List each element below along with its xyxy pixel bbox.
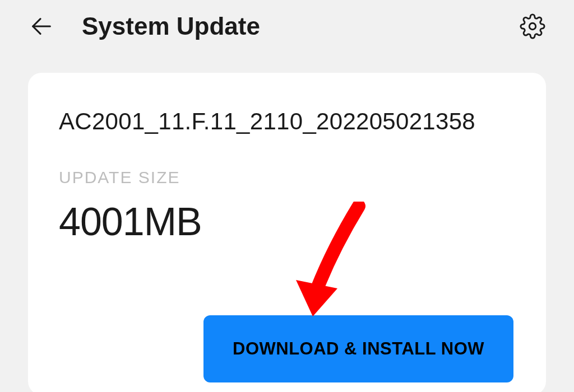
gear-icon[interactable]	[519, 13, 546, 40]
header-bar: System Update	[0, 0, 574, 56]
update-card: AC2001_11.F.11_2110_202205021358 UPDATE …	[28, 73, 546, 392]
svg-point-1	[529, 23, 536, 30]
update-size-value: 4001MB	[59, 199, 515, 244]
update-version: AC2001_11.F.11_2110_202205021358	[59, 106, 515, 137]
page-title: System Update	[82, 12, 519, 40]
back-icon[interactable]	[28, 13, 55, 40]
download-install-button[interactable]: DOWNLOAD & INSTALL NOW	[203, 315, 513, 382]
update-size-label: UPDATE SIZE	[59, 168, 515, 187]
